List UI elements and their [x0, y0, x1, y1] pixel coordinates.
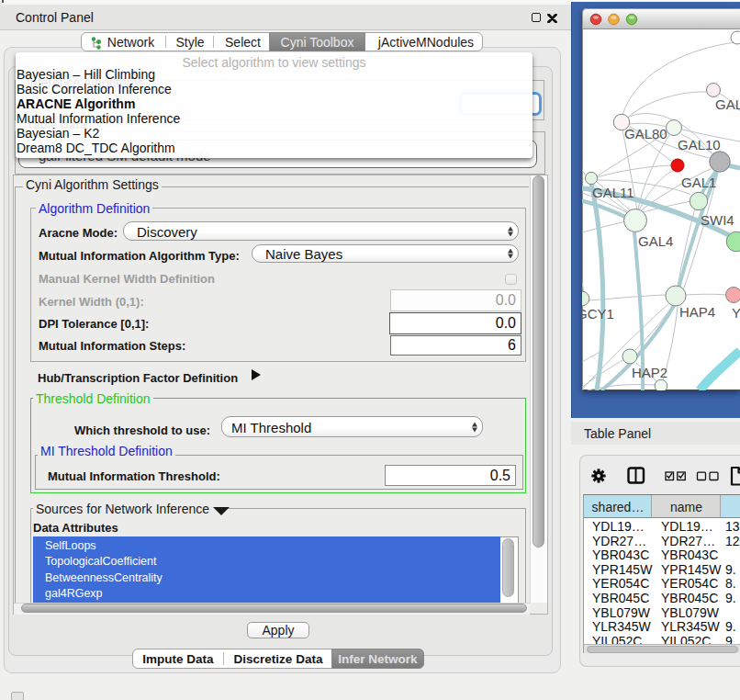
svg-text:GAL1: GAL1: [681, 175, 716, 190]
svg-text:GAL11: GAL11: [592, 185, 634, 200]
svg-text:SWI4: SWI4: [701, 212, 734, 228]
svg-text:GAL4: GAL4: [638, 233, 673, 249]
svg-text:HAP2: HAP2: [632, 365, 667, 380]
svg-text:GAL80: GAL80: [624, 126, 667, 141]
svg-text:Y: Y: [732, 305, 740, 321]
svg-text:GAL7: GAL7: [715, 96, 740, 112]
svg-text:GAL10: GAL10: [678, 137, 721, 152]
svg-text:HAP4: HAP4: [679, 304, 715, 320]
svg-text:GCY1: GCY1: [582, 306, 614, 322]
